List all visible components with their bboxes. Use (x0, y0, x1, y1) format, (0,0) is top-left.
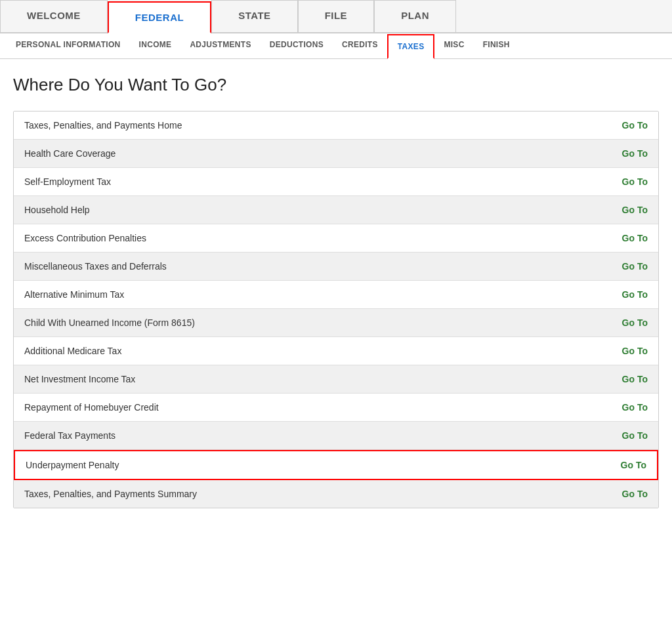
list-item-label-household-help: Household Help (24, 205, 90, 215)
list-item-label-underpayment-penalty: Underpayment Penalty (26, 460, 119, 470)
list-item-label-additional-medicare-tax: Additional Medicare Tax (24, 346, 121, 356)
top-nav-tab-federal[interactable]: FEDERAL (108, 1, 211, 33)
top-nav-tab-plan[interactable]: PLAN (374, 0, 456, 32)
page-title: Where Do You Want To Go? (13, 75, 659, 95)
goto-link-net-investment-income[interactable]: Go To (622, 374, 648, 384)
list-item-label-excess-contribution-penalties: Excess Contribution Penalties (24, 233, 146, 243)
list-item-label-taxes-penalties-home: Taxes, Penalties, and Payments Home (24, 120, 182, 131)
goto-link-excess-contribution-penalties[interactable]: Go To (622, 233, 648, 243)
list-item-child-unearned-income: Child With Unearned Income (Form 8615)Go… (14, 309, 658, 337)
list-item-underpayment-penalty: Underpayment PenaltyGo To (14, 450, 658, 480)
list-item-label-repayment-homebuyer-credit: Repayment of Homebuyer Credit (24, 402, 159, 413)
sub-nav-item-income[interactable]: INCOME (130, 33, 181, 58)
goto-link-self-employment-tax[interactable]: Go To (622, 176, 648, 187)
sub-nav-item-finish[interactable]: FINISH (474, 33, 519, 58)
list-item-federal-tax-payments: Federal Tax PaymentsGo To (14, 422, 658, 450)
list-item-label-alternative-minimum-tax: Alternative Minimum Tax (24, 289, 124, 300)
page-content: Where Do You Want To Go? Taxes, Penaltie… (0, 59, 672, 524)
goto-link-taxes-penalties-home[interactable]: Go To (622, 120, 648, 131)
list-item-label-federal-tax-payments: Federal Tax Payments (24, 430, 116, 441)
sub-nav-item-personal-information[interactable]: PERSONAL INFORMATION (7, 33, 130, 58)
list-item-excess-contribution-penalties: Excess Contribution PenaltiesGo To (14, 224, 658, 253)
sub-nav-item-misc[interactable]: MISC (434, 33, 473, 58)
list-item-label-miscellaneous-taxes: Miscellaneous Taxes and Deferrals (24, 261, 167, 272)
sub-nav-item-adjustments[interactable]: ADJUSTMENTS (180, 33, 260, 58)
list-item-net-investment-income: Net Investment Income TaxGo To (14, 365, 658, 394)
list-item-label-health-care-coverage: Health Care Coverage (24, 148, 116, 159)
list-item-additional-medicare-tax: Additional Medicare TaxGo To (14, 337, 658, 365)
top-nav-tab-file[interactable]: FILE (298, 0, 375, 32)
goto-link-underpayment-penalty[interactable]: Go To (621, 460, 646, 470)
goto-link-alternative-minimum-tax[interactable]: Go To (622, 289, 648, 300)
sub-nav-item-taxes[interactable]: TAXES (387, 34, 435, 59)
sub-nav-item-credits[interactable]: CREDITS (333, 33, 387, 58)
sub-nav-item-deductions[interactable]: DEDUCTIONS (261, 33, 333, 58)
goto-link-household-help[interactable]: Go To (622, 205, 648, 215)
goto-link-child-unearned-income[interactable]: Go To (622, 317, 648, 328)
top-nav-tab-welcome[interactable]: WELCOME (0, 0, 108, 32)
list-item-health-care-coverage: Health Care CoverageGo To (14, 140, 658, 168)
top-nav: WELCOMEFEDERALSTATEFILEPLAN (0, 0, 672, 33)
goto-link-taxes-penalties-summary[interactable]: Go To (622, 489, 648, 499)
list-item-taxes-penalties-home: Taxes, Penalties, and Payments HomeGo To (14, 112, 658, 140)
list-container: Taxes, Penalties, and Payments HomeGo To… (13, 111, 659, 508)
list-item-taxes-penalties-summary: Taxes, Penalties, and Payments SummaryGo… (14, 480, 658, 508)
goto-link-repayment-homebuyer-credit[interactable]: Go To (622, 402, 648, 413)
list-item-miscellaneous-taxes: Miscellaneous Taxes and DeferralsGo To (14, 253, 658, 281)
list-item-label-child-unearned-income: Child With Unearned Income (Form 8615) (24, 317, 195, 328)
list-item-label-self-employment-tax: Self-Employment Tax (24, 176, 111, 187)
top-nav-tab-state[interactable]: STATE (211, 0, 297, 32)
goto-link-miscellaneous-taxes[interactable]: Go To (622, 261, 648, 272)
sub-nav: PERSONAL INFORMATIONINCOMEADJUSTMENTSDED… (0, 33, 672, 59)
list-item-household-help: Household HelpGo To (14, 196, 658, 224)
goto-link-additional-medicare-tax[interactable]: Go To (622, 346, 648, 356)
list-item-alternative-minimum-tax: Alternative Minimum TaxGo To (14, 281, 658, 309)
list-item-label-taxes-penalties-summary: Taxes, Penalties, and Payments Summary (24, 489, 197, 499)
list-item-label-net-investment-income: Net Investment Income Tax (24, 374, 135, 384)
list-item-repayment-homebuyer-credit: Repayment of Homebuyer CreditGo To (14, 394, 658, 422)
goto-link-federal-tax-payments[interactable]: Go To (622, 430, 648, 441)
goto-link-health-care-coverage[interactable]: Go To (622, 148, 648, 159)
list-item-self-employment-tax: Self-Employment TaxGo To (14, 168, 658, 196)
